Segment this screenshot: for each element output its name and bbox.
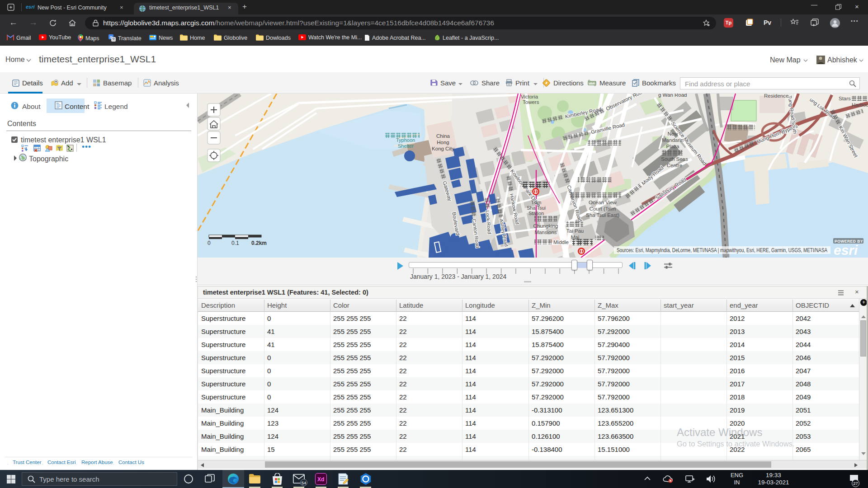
svg-text:Hong: Hong [437, 140, 449, 145]
svg-text:Centre: Centre [667, 163, 683, 168]
svg-text:g Wan Road: g Wan Road [658, 94, 687, 98]
svg-text:Sha Tsui: Sha Tsui [527, 205, 546, 211]
svg-text:Ocean View: Ocean View [589, 200, 617, 205]
svg-text:New: New [667, 131, 678, 136]
svg-text:South Seas: South Seas [661, 156, 688, 162]
svg-text:Mandarin: Mandarin [662, 137, 684, 143]
svg-text:Kong City: Kong City [432, 146, 454, 151]
svg-text:Mai: Mai [571, 235, 580, 240]
svg-text:Typhoon: Typhoon [396, 137, 415, 143]
svg-text:Plaza: Plaza [666, 144, 679, 149]
svg-text:China: China [436, 133, 450, 139]
svg-text:Mansions: Mansions [534, 230, 557, 235]
svg-text:0: 0 [208, 240, 211, 246]
svg-text:Station: Station [528, 211, 544, 216]
svg-text:Sources: Esri, MapmyIndia, DeL: Sources: Esri, MapmyIndia, DeLorme, METI… [617, 247, 827, 253]
svg-text:Residence: Residence [764, 94, 788, 99]
svg-text:Towers: Towers [523, 99, 539, 105]
svg-text:Chungking: Chungking [533, 223, 558, 229]
svg-text:esri: esri [834, 243, 858, 258]
svg-text:Tai Pau: Tai Pau [566, 228, 584, 234]
svg-text:Sha Tsui East): Sha Tsui East) [586, 212, 619, 218]
svg-text:Tsim: Tsim [531, 200, 542, 205]
svg-text:0.1: 0.1 [231, 240, 239, 246]
svg-text:Shelter: Shelter [398, 143, 414, 149]
svg-text:Victoria: Victoria [521, 94, 538, 99]
svg-text:Court (Tsim: Court (Tsim [590, 206, 616, 211]
svg-text:Harbou: Harbou [852, 102, 868, 108]
svg-text:Middle: Middle [553, 239, 569, 245]
svg-text:Stars: Stars [839, 96, 851, 101]
svg-text:0.2km: 0.2km [251, 240, 267, 246]
